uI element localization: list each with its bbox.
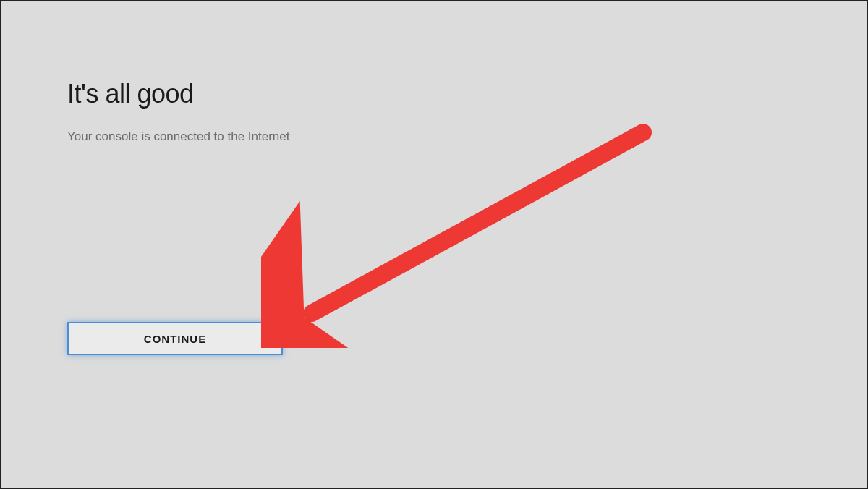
page-title: It's all good — [67, 79, 867, 109]
continue-button[interactable]: CONTINUE — [67, 322, 283, 355]
main-content: It's all good Your console is connected … — [1, 1, 867, 144]
svg-line-1 — [312, 132, 643, 313]
page-subtitle: Your console is connected to the Interne… — [67, 129, 867, 144]
annotation-arrow-icon — [261, 124, 666, 348]
continue-button-label: CONTINUE — [144, 333, 206, 345]
